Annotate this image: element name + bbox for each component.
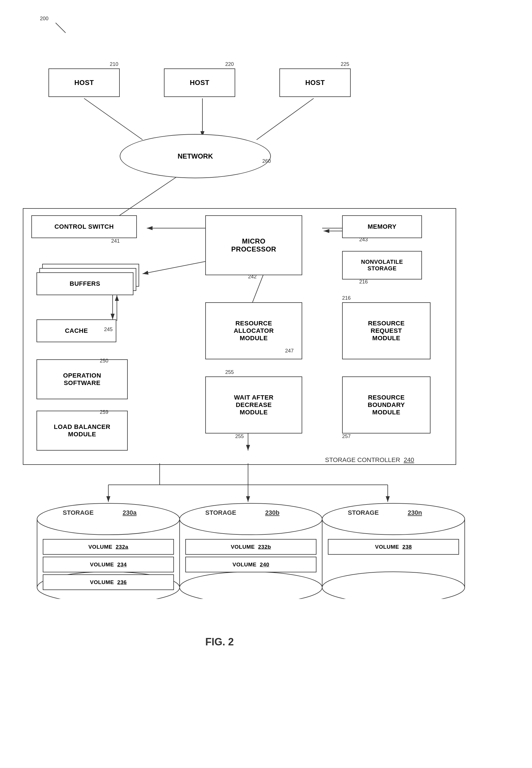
network-ellipse: NETWORK bbox=[120, 134, 271, 178]
svg-point-23 bbox=[37, 503, 180, 535]
svg-line-6 bbox=[257, 98, 314, 140]
operation-software-box: OPERATIONSOFTWARE bbox=[36, 359, 128, 399]
host1-box: HOST bbox=[48, 68, 120, 97]
volume-236-box: VOLUME 236 bbox=[43, 574, 174, 590]
svg-text:230n: 230n bbox=[408, 509, 422, 516]
host3-ref: 225 bbox=[341, 61, 349, 67]
micro-processor-ref: 242 bbox=[248, 274, 257, 280]
volume-232b-box: VOLUME 232b bbox=[185, 539, 316, 555]
nonvolatile-ref: 216 bbox=[359, 279, 368, 285]
svg-point-33 bbox=[322, 503, 465, 535]
svg-text:230b: 230b bbox=[265, 509, 279, 516]
svg-text:230a: 230a bbox=[123, 509, 137, 516]
nonvolatile-storage-box: NONVOLATILESTORAGE bbox=[342, 251, 422, 279]
svg-line-3 bbox=[56, 23, 66, 33]
diagram-container: 200 HOST 210 HOST 220 HOST 225 NETWORK 2… bbox=[0, 0, 532, 768]
figure-label: FIG. 2 bbox=[205, 636, 234, 648]
load-balancer-ref: 259 bbox=[100, 409, 108, 415]
diagram-label: 200 bbox=[40, 16, 48, 22]
memory-ref: 243 bbox=[359, 237, 368, 243]
storage-controller-label: STORAGE CONTROLLER 240 bbox=[325, 456, 414, 464]
svg-line-4 bbox=[84, 98, 143, 140]
memory-box: MEMORY bbox=[342, 215, 422, 238]
volume-240-box: VOLUME 240 bbox=[185, 557, 316, 572]
control-switch-ref: 241 bbox=[111, 238, 120, 244]
resource-request-ref-top: 216 bbox=[342, 295, 351, 301]
wait-decrease-ref-top: 255 bbox=[225, 369, 234, 375]
cache-ref: 245 bbox=[104, 327, 113, 333]
load-balancer-box: LOAD BALANCERMODULE bbox=[36, 411, 128, 451]
storage-b: STORAGE 230b VOLUME 232b VOLUME 240 bbox=[177, 502, 325, 599]
network-ref: 260 bbox=[262, 158, 271, 164]
storage-n: STORAGE 230n VOLUME 238 bbox=[319, 502, 468, 599]
svg-point-28 bbox=[180, 503, 322, 535]
svg-text:STORAGE: STORAGE bbox=[348, 509, 379, 516]
resource-allocator-ref: 247 bbox=[285, 348, 294, 354]
resource-boundary-ref: 257 bbox=[342, 433, 351, 439]
wait-decrease-ref-bottom: 255 bbox=[235, 433, 244, 439]
volume-232a-box: VOLUME 232a bbox=[43, 539, 174, 555]
svg-text:STORAGE: STORAGE bbox=[205, 509, 236, 516]
storage-a: STORAGE 230a VOLUME 232a VOLUME 234 VOLU… bbox=[34, 502, 182, 599]
svg-text:STORAGE: STORAGE bbox=[63, 509, 94, 516]
host1-ref: 210 bbox=[110, 61, 118, 67]
host2-box: HOST bbox=[164, 68, 235, 97]
volume-234-box: VOLUME 234 bbox=[43, 557, 174, 572]
volume-238-box: VOLUME 238 bbox=[328, 539, 459, 555]
resource-request-box: RESOURCEREQUESTMODULE bbox=[342, 302, 431, 359]
host2-ref: 220 bbox=[225, 61, 234, 67]
micro-processor-box: MICROPROCESSOR bbox=[205, 215, 302, 275]
operation-software-ref: 250 bbox=[100, 358, 108, 364]
wait-decrease-box: WAIT AFTERDECREASEMODULE bbox=[205, 376, 302, 433]
buffers-box: BUFFERS bbox=[36, 272, 133, 295]
control-switch-box: CONTROL SWITCH bbox=[31, 215, 137, 238]
host3-box: HOST bbox=[279, 68, 351, 97]
resource-boundary-box: RESOURCEBOUNDARYMODULE bbox=[342, 376, 431, 433]
